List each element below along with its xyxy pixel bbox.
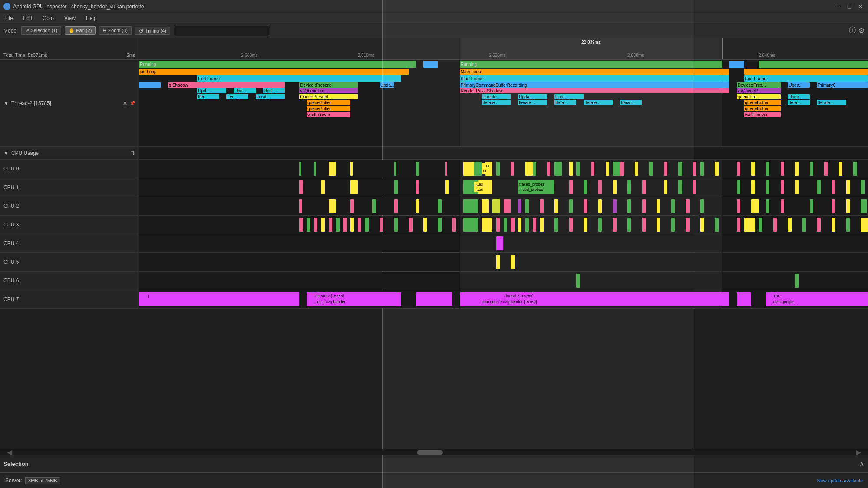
cpu0-bar-17 [569,162,573,176]
zoom-mode-button[interactable]: ⊕ Zoom (3) [99,26,132,35]
timeline-scale-area[interactable]: 22.839ms 2,600ms 2,610ms 2,620ms 2,630ms… [139,38,868,59]
selection-mode-button[interactable]: ↗ Selection (1) [21,26,61,35]
selection-collapse-button[interactable]: ∧ [859,460,865,468]
menu-file[interactable]: File [2,14,15,22]
cpu3-b41 [773,218,777,232]
devicepresent-1: Device::Present [299,82,357,88]
cpu3-b38 [737,218,740,232]
cpu1-content[interactable]: ...es ...es traced_probes ...ced_probes [139,178,868,197]
cpu2-b15 [554,199,558,213]
cpu3-b29 [598,218,602,232]
menu-goto[interactable]: Goto [40,14,56,22]
waitforever-r: waitForever [744,112,781,117]
menu-edit[interactable]: Edit [20,14,35,22]
cpu2-b1 [299,199,302,213]
scrollbar-thumb[interactable] [417,450,443,455]
scroll-left-arrow[interactable]: ◀ [7,448,12,456]
cpu0-bar-29 [715,162,718,176]
thread2-pin-icon[interactable]: 📌 [130,101,135,105]
title-bar-text: Android GPU Inspector - chonky_bender_vu… [13,3,144,10]
cpu2-b29 [781,199,784,213]
menu-view[interactable]: View [62,14,78,22]
cpu2-content[interactable] [139,197,868,215]
devicepres-2: Device::Pres... [737,82,781,88]
blue-bar-1 [423,61,438,68]
cpu7-label-bender: ...ogle.a2g.bender [314,300,346,304]
cpu0-bar-37 [839,162,842,176]
cpu1-b21 [781,180,784,194]
cpu0-name: CPU 0 [3,166,19,172]
thread2-content[interactable]: Running Running ain Loop Main Loop End F… [139,60,868,146]
cpu0-track: CPU 0 ...er or [0,160,868,178]
cpu0-bar-30 [737,162,740,176]
info-button[interactable]: ⓘ [849,26,856,35]
cpu0-bar-14 [533,162,536,176]
cpu1-overlay [460,178,722,197]
cpu2-b11 [504,199,511,213]
cpu4-track: CPU 4 [0,234,868,253]
close-button[interactable]: ✕ [857,3,865,10]
thread2-collapse-icon[interactable]: ▼ [3,100,9,106]
iterate-2: Iterate ... [518,100,547,105]
cpu2-b32 [846,199,850,213]
pan-mode-button[interactable]: ✋ Pan (2) [65,26,96,35]
cpu0-label-er2: or [482,168,488,174]
cpu7-content[interactable]: ] Thread-2 [15785] ...ogle.a2g.bender Th… [139,290,868,308]
cpu2-b10 [492,199,500,213]
endframe-2: End Frame [744,75,868,82]
settings-button[interactable]: ⚙ [858,26,865,35]
startframe-1: Start Frame [460,75,729,82]
cpu7-thread-3 [416,292,452,306]
selection-panel: Selection ∧ [0,455,868,472]
cpu5-content[interactable] [139,253,868,271]
tick-2630: 2,630ms [627,53,644,58]
menu-help[interactable]: Help [83,14,99,22]
cpu1-b1 [299,180,303,194]
search-input[interactable] [174,26,269,36]
cpu-collapse-icon[interactable]: ▼ [3,150,9,156]
cpu0-bar-21 [613,162,620,176]
cpu2-b9 [482,199,489,213]
cpu0-bar-24 [649,162,653,176]
cpu-section-header: ▼ CPU Usage ⇅ [0,147,868,160]
cpu1-tracedlabel: traced_probes [518,182,546,187]
cpu0-bar-4 [350,162,353,176]
cpu2-b20 [627,199,631,213]
horizontal-scrollbar[interactable]: ◀ ▶ [0,449,868,455]
cpu0-content[interactable]: ...er or [139,160,868,178]
cpu3-b24 [533,218,536,232]
cpu0-bar-16 [554,162,562,176]
minimize-button[interactable]: ─ [834,3,842,10]
cpu1-label: CPU 1 [0,178,139,197]
cpu3-b13 [409,218,412,232]
iterat-2: Iterat... [620,100,642,105]
cpu6-content[interactable] [139,272,868,290]
track-container: ▼ Thread-2 [15785] ✕ 📌 Running Running a… [0,60,868,449]
cpu7-label: CPU 7 [0,290,139,308]
cpu2-b23 [671,199,675,213]
scroll-right-arrow[interactable]: ▶ [856,448,861,456]
rendershadow-1: Render Pass Shadow [460,88,729,93]
update-link[interactable]: New update available [817,478,863,483]
iterate-3: Iterate... [584,100,613,105]
tick-2640: 2,640ms [759,53,775,58]
cpu4-content[interactable] [139,234,868,252]
tick-2600: 2,600ms [241,53,257,58]
cpu2-label: CPU 2 [0,197,139,215]
cpu3-b37 [715,218,718,232]
cpu0-bar-32 [766,162,769,176]
cpu5-label: CPU 5 [0,253,139,271]
cpu-sort-icon[interactable]: ⇅ [131,150,135,156]
cpu3-b4 [321,218,325,232]
cpu3-b20 [504,218,507,232]
cpu3-content[interactable] [139,216,868,234]
cpu0-label-er: ...er [482,163,491,168]
toolbar-right: ⓘ ⚙ [849,26,865,35]
thread2-close-icon[interactable]: ✕ [123,100,127,106]
mainloop-1: ain Loop [139,69,409,75]
maximize-button[interactable]: □ [845,3,853,10]
timing-mode-button[interactable]: ⏱ Timing (4) [135,27,170,35]
cpu1-b14 [642,180,646,194]
iter2: Iter... [226,94,248,99]
cpu2-b12 [518,199,521,213]
